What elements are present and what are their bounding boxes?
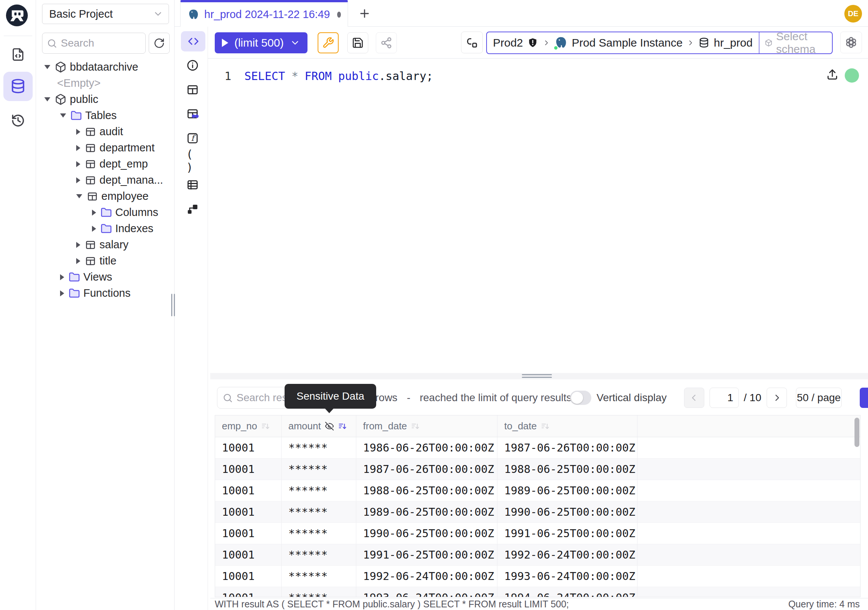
tab-title: hr_prod 2024-11-22 16:49: [204, 8, 330, 21]
eye-off-icon[interactable]: [325, 421, 334, 431]
chevron-down-icon[interactable]: [290, 37, 300, 48]
sensitive-data-panel-button[interactable]: [186, 107, 199, 120]
vertical-display-toggle[interactable]: [570, 391, 591, 405]
caret-down-icon[interactable]: [44, 65, 50, 69]
sort-icon[interactable]: [411, 422, 420, 431]
prev-page-button[interactable]: [684, 388, 704, 408]
sort-icon[interactable]: [261, 422, 270, 431]
parentheses-icon: ( ): [186, 147, 199, 174]
avatar[interactable]: DE: [844, 5, 862, 23]
tree-item-tables[interactable]: Tables: [36, 107, 174, 124]
sql-keyword: FROM: [304, 70, 332, 83]
tree-item-indexes[interactable]: Indexes: [36, 220, 174, 237]
tree-item-columns[interactable]: Columns: [36, 204, 174, 220]
caret-right-icon[interactable]: [60, 290, 64, 296]
caret-right-icon[interactable]: [76, 161, 81, 167]
caret-right-icon[interactable]: [76, 258, 81, 264]
caret-right-icon[interactable]: [92, 210, 96, 216]
tables-panel-button[interactable]: [186, 83, 199, 96]
database-nav-active[interactable]: [3, 72, 33, 101]
table-row: 10001******1991-06-25T00:00:00Z1992-06-2…: [215, 544, 860, 566]
tree-item-employee[interactable]: employee: [36, 188, 174, 204]
column-header-to-date[interactable]: to_date: [498, 416, 637, 437]
tree-item-dept-emp[interactable]: dept_emp: [36, 156, 174, 172]
table-icon: [87, 191, 98, 202]
sort-icon[interactable]: [338, 422, 347, 431]
tree-item-title[interactable]: title: [36, 253, 174, 269]
schema-selector[interactable]: Select schema: [759, 32, 832, 53]
tree-item-public[interactable]: public: [36, 91, 174, 107]
next-page-button[interactable]: [767, 388, 787, 408]
panel-resize-handle[interactable]: [210, 373, 868, 379]
caret-right-icon[interactable]: [76, 242, 81, 248]
code-panel-button[interactable]: [181, 31, 205, 51]
column-header-amount[interactable]: amount: [282, 416, 356, 437]
caret-down-icon[interactable]: [76, 194, 82, 198]
connection-breadcrumb[interactable]: Prod2 Prod Sample Instance hr_prod Selec…: [486, 31, 833, 54]
sql-schema: public: [338, 70, 379, 83]
sensitive-data-tooltip: Sensitive Data: [285, 384, 376, 409]
database-icon: [10, 78, 26, 95]
sidebar-search[interactable]: [42, 33, 146, 54]
tree-item-functions[interactable]: Functions: [36, 285, 174, 301]
function-icon: [186, 132, 199, 144]
caret-down-icon[interactable]: [60, 113, 66, 118]
unsaved-dot-icon: [337, 12, 341, 18]
sensitive-table-icon: [186, 107, 199, 120]
caret-right-icon[interactable]: [76, 177, 81, 183]
refresh-button[interactable]: [149, 33, 170, 54]
tab-hr-prod[interactable]: hr_prod 2024-11-22 16:49: [180, 0, 348, 27]
query-time: Query time: 4 ms: [788, 599, 860, 610]
chevron-right-icon: [542, 39, 550, 47]
tree-item-bbdataarchive[interactable]: bbdataarchive: [36, 59, 174, 75]
project-selector[interactable]: Basic Project: [42, 4, 169, 24]
sort-icon[interactable]: [541, 422, 550, 431]
procedures-panel-button[interactable]: ( ): [186, 154, 199, 167]
search-icon: [223, 393, 233, 403]
save-icon: [352, 37, 364, 49]
history-icon[interactable]: [0, 113, 36, 128]
functions-panel-button[interactable]: [186, 132, 199, 144]
table-icon: [85, 175, 96, 186]
caret-right-icon[interactable]: [92, 226, 96, 232]
share-icon: [380, 37, 392, 49]
info-panel-button[interactable]: [186, 59, 199, 72]
add-tab-button[interactable]: [355, 5, 374, 23]
worksheet-icon[interactable]: [0, 47, 36, 62]
folder-icon: [69, 272, 80, 283]
sql-editor-surface[interactable]: 1 SELECT * FROM public.salary;: [208, 59, 868, 373]
external-tables-panel-button[interactable]: [186, 178, 199, 191]
page-number-input[interactable]: [710, 388, 739, 408]
tree-item-dept-manager[interactable]: dept_mana...: [36, 172, 174, 188]
folder-icon: [69, 288, 80, 299]
caret-right-icon[interactable]: [60, 274, 64, 280]
upload-icon[interactable]: [826, 68, 839, 81]
grid-scrollbar-thumb[interactable]: [854, 418, 859, 447]
refresh-icon: [153, 37, 165, 49]
column-header-emp-no[interactable]: emp_no: [215, 416, 282, 437]
schema-diagram-button[interactable]: [186, 203, 199, 216]
breadcrumb[interactable]: Prod2 Prod Sample Instance hr_prod: [487, 32, 759, 53]
table-row: 10001******1986-06-26T00:00:00Z1987-06-2…: [215, 437, 860, 459]
tree-item-views[interactable]: Views: [36, 269, 174, 285]
caret-right-icon[interactable]: [76, 145, 81, 151]
tree-item-department[interactable]: department: [36, 140, 174, 156]
vertical-display-label: Vertical display: [597, 387, 667, 409]
save-button[interactable]: [347, 32, 368, 53]
export-button[interactable]: [860, 388, 868, 408]
database-cylinder-icon: [698, 37, 710, 48]
connection-button[interactable]: [461, 31, 483, 53]
caret-right-icon[interactable]: [76, 129, 81, 135]
column-header-from-date[interactable]: from_date: [356, 416, 498, 437]
run-query-button[interactable]: (limit 500): [215, 32, 307, 53]
admin-mode-button[interactable]: [318, 32, 339, 53]
tree-item-salary[interactable]: salary: [36, 237, 174, 253]
ai-assistant-button[interactable]: [840, 31, 862, 53]
tree-item-audit[interactable]: audit: [36, 124, 174, 140]
share-button[interactable]: [376, 32, 397, 53]
bytebase-logo[interactable]: [5, 4, 28, 27]
page-size-select[interactable]: 50 / page: [796, 388, 842, 408]
sidebar-search-input[interactable]: [61, 37, 141, 49]
caret-down-icon[interactable]: [44, 97, 50, 101]
table-row: 10001******1987-06-26T00:00:00Z1988-06-2…: [215, 459, 860, 480]
